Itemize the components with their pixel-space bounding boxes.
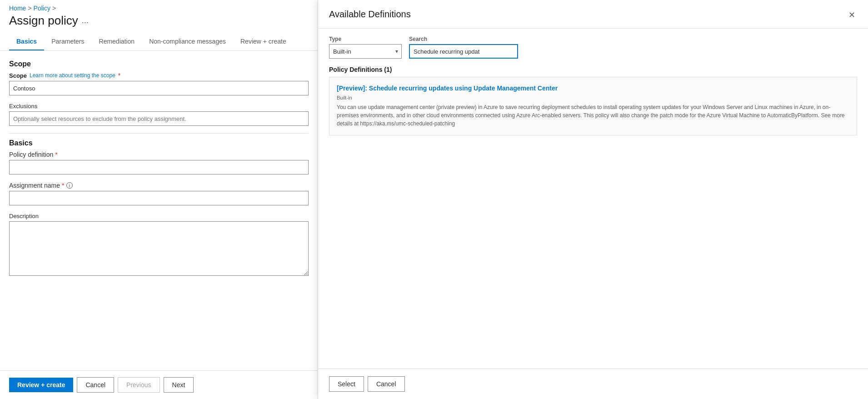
left-panel: Home > Policy > Assign policy ... Basics… — [0, 0, 318, 399]
basics-section-title: Basics — [9, 139, 309, 147]
divider — [9, 133, 309, 134]
assignment-name-label: Assignment name * i — [9, 182, 309, 189]
assignment-name-group: Assignment name * i — [9, 182, 309, 205]
panel-footer: Select Cancel — [318, 369, 868, 399]
scope-required-star: * — [118, 72, 120, 79]
bottom-bar: Review + create Cancel Previous Next — [0, 370, 318, 399]
form-content: Scope Scope Learn more about setting the… — [0, 51, 318, 370]
tab-parameters[interactable]: Parameters — [44, 33, 91, 50]
breadcrumb-sep1: > — [28, 5, 31, 12]
next-button[interactable]: Next — [164, 377, 194, 393]
scope-row: Scope Learn more about setting the scope… — [9, 72, 309, 79]
assignment-name-input[interactable] — [9, 191, 309, 205]
tab-basics[interactable]: Basics — [9, 33, 44, 50]
scope-link[interactable]: Learn more about setting the scope — [30, 72, 115, 79]
tab-non-compliance[interactable]: Non-compliance messages — [142, 33, 233, 50]
exclusions-input[interactable] — [9, 111, 309, 126]
right-panel: Available Definitions ✕ Type Built-in Cu… — [318, 0, 868, 399]
breadcrumb: Home > Policy > — [0, 0, 318, 14]
panel-select-button[interactable]: Select — [329, 376, 364, 392]
cancel-button[interactable]: Cancel — [77, 377, 114, 393]
type-select-wrapper: Built-in Custom Static — [329, 44, 402, 59]
result-card[interactable]: [Preview]: Schedule recurring updates us… — [329, 77, 857, 135]
panel-cancel-button[interactable]: Cancel — [368, 376, 405, 392]
policy-definition-input[interactable] — [9, 160, 309, 175]
result-description: You can use update management center (pr… — [337, 103, 849, 128]
page-title: Assign policy — [9, 14, 78, 28]
panel-search-input[interactable] — [409, 44, 518, 59]
previous-button: Previous — [118, 377, 160, 393]
assignment-name-required: * — [62, 182, 64, 189]
search-filter-label: Search — [409, 36, 518, 42]
tabs-bar: Basics Parameters Remediation Non-compli… — [0, 33, 318, 51]
results-section-title: Policy Definitions (1) — [318, 66, 868, 73]
scope-section-title: Scope — [9, 60, 309, 68]
review-create-button[interactable]: Review + create — [9, 378, 73, 392]
breadcrumb-home[interactable]: Home — [9, 5, 26, 12]
breadcrumb-policy[interactable]: Policy — [34, 5, 50, 12]
ellipsis-button[interactable]: ... — [82, 16, 89, 25]
exclusions-field-group: Exclusions — [9, 103, 309, 126]
tab-review-create[interactable]: Review + create — [233, 33, 294, 50]
scope-field-group — [9, 81, 309, 95]
tab-remediation[interactable]: Remediation — [92, 33, 142, 50]
type-select[interactable]: Built-in Custom Static — [329, 44, 402, 59]
panel-header: Available Definitions ✕ — [318, 0, 868, 29]
policy-definition-group: Policy definition * — [9, 151, 309, 175]
description-textarea[interactable] — [9, 221, 309, 276]
breadcrumb-sep2: > — [52, 5, 56, 12]
scope-label: Scope — [9, 72, 27, 79]
panel-close-button[interactable]: ✕ — [847, 9, 857, 21]
description-label: Description — [9, 213, 309, 219]
exclusions-label: Exclusions — [9, 103, 309, 110]
panel-filters: Type Built-in Custom Static Search — [318, 29, 868, 66]
policy-def-required: * — [55, 151, 57, 158]
result-title: [Preview]: Schedule recurring updates us… — [337, 85, 849, 92]
panel-title: Available Definitions — [329, 9, 411, 20]
page-title-area: Assign policy ... — [0, 14, 318, 33]
scope-input[interactable] — [9, 81, 309, 95]
assignment-name-info-icon[interactable]: i — [66, 182, 73, 189]
description-group: Description — [9, 213, 309, 277]
result-badge: Built-in — [337, 95, 352, 100]
panel-results: [Preview]: Schedule recurring updates us… — [318, 77, 868, 369]
type-filter-group: Type Built-in Custom Static — [329, 36, 402, 59]
type-filter-label: Type — [329, 36, 402, 42]
search-filter-group: Search — [409, 36, 518, 59]
policy-definition-label: Policy definition * — [9, 151, 309, 158]
